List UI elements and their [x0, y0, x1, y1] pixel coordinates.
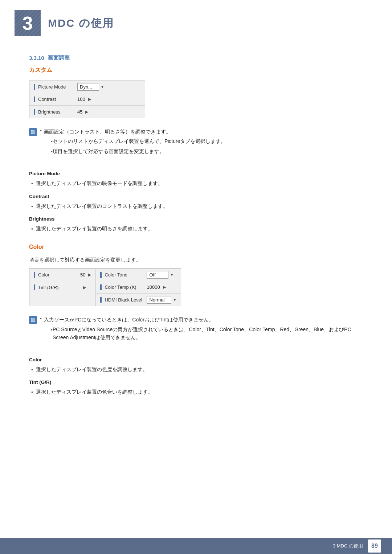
color-note-2: PC SourceとVideo Sourceの両方が選択されているときは、Col… — [51, 325, 363, 342]
contrast-row: Contrast 100 ▶ — [29, 93, 145, 106]
custom-note-2: セットのリストからディスプレイ装置を選んで、Pictureタブを選択します。 — [51, 137, 226, 145]
color-tone-row: Color Tone Off ▼ — [96, 269, 181, 281]
picture-mode-desc-list: 選択したディスプレイ装置の映像モードを調整します。 — [29, 179, 363, 188]
brightness-desc: 選択したディスプレイ装置の明るさを調整します。 — [29, 225, 363, 233]
picture-mode-dropdown[interactable]: Dyn... — [77, 83, 99, 91]
contrast-value: 100 ▶ — [77, 97, 91, 102]
arrow-right-icon[interactable]: ▶ — [85, 110, 88, 114]
brightness-row: Brightness 45 ▶ — [29, 106, 145, 118]
tint-row: Tint (G/R) ▶ — [29, 281, 95, 294]
hdmi-black-level-row: HDMI Black Level Normal ▼ — [96, 294, 181, 306]
picture-mode-value[interactable]: Dyn... ▼ — [77, 83, 104, 91]
picture-mode-label: Picture Mode — [34, 84, 77, 90]
page-footer: 3 MDC の使用 89 — [0, 538, 392, 554]
contrast-desc-list: 選択したディスプレイ装置のコントラストを調整します。 — [29, 202, 363, 210]
brightness-desc-list: 選択したディスプレイ装置の明るさを調整します。 — [29, 225, 363, 233]
color-panel-left: Color 50 ▶ Tint (G/R) ▶ — [29, 269, 95, 306]
hdmi-black-level-dropdown[interactable]: Normal — [147, 296, 171, 304]
color-field-heading: Color — [29, 357, 363, 362]
page-title: MDC の使用 — [48, 16, 114, 31]
brightness-label: Brightness — [34, 109, 77, 115]
custom-subheading: カスタム — [29, 66, 363, 74]
page-header: 3 MDC の使用 — [0, 0, 392, 44]
arrow-right-icon[interactable]: ▶ — [88, 97, 91, 102]
color-label: Color — [34, 272, 77, 278]
color-note-1: 入力ソースがPCになっているときは、ColorおよびTintは使用できません。 — [44, 316, 214, 324]
main-content: 3.3.10 画面調整 カスタム Picture Mode Dyn... ▼ C… — [0, 44, 392, 423]
tint-field-desc-list: 選択したディスプレイ装置の色合いを調整します。 — [29, 388, 363, 396]
color-field-desc: 選択したディスプレイ装置の色度を調整します。 — [29, 365, 363, 374]
color-note-icon — [29, 316, 37, 324]
chapter-number-block: 3 — [15, 10, 41, 36]
picture-mode-row: Picture Mode Dyn... ▼ — [29, 81, 145, 93]
color-intro: 項目を選択して対応する画面設定を変更します。 — [29, 257, 363, 263]
color-field-desc-list: 選択したディスプレイ装置の色度を調整します。 — [29, 365, 363, 374]
color-row: Color 50 ▶ — [29, 269, 95, 281]
color-tone-value[interactable]: Off ▼ — [147, 271, 173, 279]
tint-label: Tint (G/R) — [34, 284, 77, 290]
tint-field-heading: Tint (G/R) — [29, 379, 363, 385]
color-temp-value: 10000 ▶ — [147, 284, 166, 290]
section-heading: 3.3.10 画面調整 — [29, 54, 363, 61]
hdmi-black-level-value[interactable]: Normal ▼ — [147, 296, 176, 304]
bar-indicator — [34, 109, 35, 115]
arrow-right-icon[interactable]: ▶ — [83, 285, 86, 290]
color-value: 50 ▶ — [80, 272, 91, 278]
bar-indicator — [100, 297, 102, 303]
dropdown-arrow-icon: ▼ — [170, 273, 173, 277]
footer-page-number: 89 — [368, 539, 381, 553]
custom-panel: Picture Mode Dyn... ▼ Contrast 100 ▶ Bri… — [29, 81, 145, 118]
custom-note-1: 画面設定（コントラスト、明るさ等）を調整できます。 — [44, 128, 171, 136]
color-panel-right: Color Tone Off ▼ Color Temp (K) 10000 ▶ — [95, 269, 181, 306]
bar-indicator — [34, 97, 35, 102]
custom-notes-list: セットのリストからディスプレイ装置を選んで、Pictureタブを選択します。 項… — [51, 137, 226, 156]
arrow-right-icon[interactable]: ▶ — [88, 272, 91, 277]
bar-indicator — [34, 284, 35, 290]
color-panel: Color 50 ▶ Tint (G/R) ▶ — [29, 268, 181, 306]
picture-mode-heading: Picture Mode — [29, 171, 363, 176]
brightness-value: 45 ▶ — [77, 109, 88, 115]
tint-value: ▶ — [80, 285, 86, 290]
contrast-desc: 選択したディスプレイ装置のコントラストを調整します。 — [29, 202, 363, 210]
brightness-heading: Brightness — [29, 216, 363, 222]
bar-indicator — [100, 284, 102, 290]
hdmi-black-level-label: HDMI Black Level — [100, 297, 144, 303]
picture-mode-desc: 選択したディスプレイ装置の映像モードを調整します。 — [29, 179, 363, 188]
arrow-right-icon[interactable]: ▶ — [163, 285, 166, 290]
footer-text: 3 MDC の使用 — [333, 543, 363, 549]
color-tone-label: Color Tone — [100, 272, 144, 278]
custom-note-3: 項目を選択して対応する画面設定を変更します。 — [51, 147, 226, 156]
bar-indicator — [100, 272, 102, 278]
bar-indicator — [34, 272, 35, 278]
chapter-number: 3 — [23, 12, 33, 34]
section-title: 画面調整 — [48, 54, 70, 61]
contrast-label: Contrast — [34, 97, 77, 102]
color-tone-dropdown[interactable]: Off — [147, 271, 168, 279]
dropdown-arrow-icon: ▼ — [101, 85, 104, 89]
color-subheading: Color — [29, 244, 363, 250]
dropdown-arrow-icon: ▼ — [173, 298, 176, 302]
note-icon — [29, 128, 37, 136]
color-notes-list: PC SourceとVideo Sourceの両方が選択されているときは、Col… — [51, 325, 363, 342]
contrast-heading: Contrast — [29, 194, 363, 199]
color-temp-label: Color Temp (K) — [100, 284, 144, 290]
color-temp-row: Color Temp (K) 10000 ▶ — [96, 281, 181, 294]
section-number: 3.3.10 — [29, 55, 44, 61]
tint-field-desc: 選択したディスプレイ装置の色合いを調整します。 — [29, 388, 363, 396]
bar-indicator — [34, 84, 35, 90]
